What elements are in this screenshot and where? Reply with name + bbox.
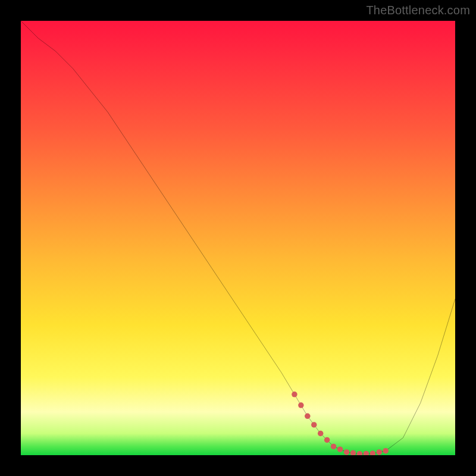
optimal-dot	[292, 392, 297, 397]
optimal-dot	[383, 448, 388, 453]
watermark-text: TheBottleneck.com	[366, 4, 470, 17]
optimal-dot	[305, 414, 310, 419]
optimal-dot	[337, 446, 343, 452]
plot-area	[21, 21, 455, 455]
optimal-dot	[364, 451, 369, 455]
optimal-dot	[324, 437, 330, 443]
chart-frame: TheBottleneck.com	[0, 0, 476, 476]
optimal-dot	[318, 431, 323, 436]
optimal-dot	[344, 449, 349, 455]
optimal-range-dots	[292, 392, 389, 455]
optimal-dot	[350, 450, 356, 455]
optimal-dot	[377, 449, 382, 455]
bottleneck-curve-svg	[21, 21, 455, 455]
optimal-dot	[370, 450, 375, 455]
bottleneck-curve	[21, 21, 455, 454]
optimal-dot	[311, 422, 317, 427]
optimal-dot	[298, 402, 303, 408]
optimal-dot	[357, 451, 362, 455]
optimal-dot	[331, 444, 336, 449]
